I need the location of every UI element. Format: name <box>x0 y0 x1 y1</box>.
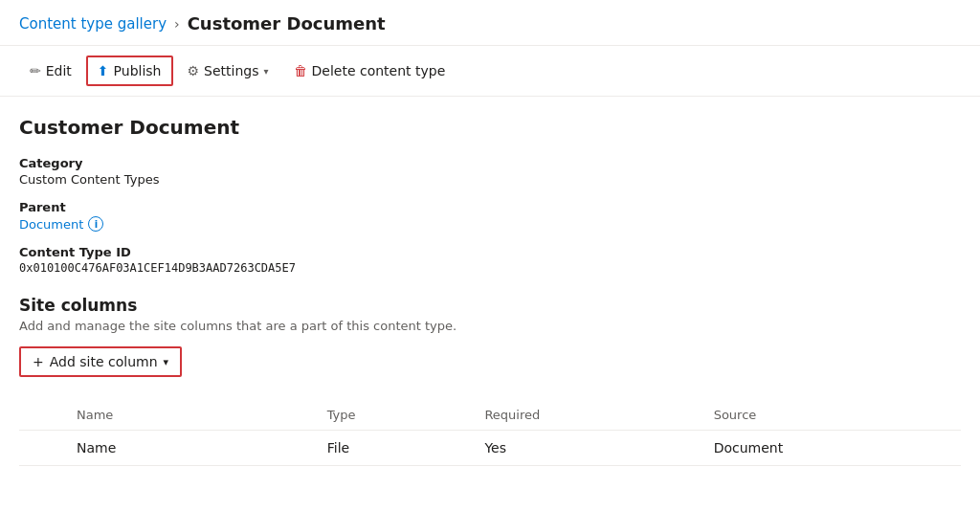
settings-button[interactable]: ⚙ Settings ▾ <box>177 56 279 85</box>
settings-chevron-icon: ▾ <box>263 66 268 77</box>
delete-icon: 🗑 <box>294 63 307 78</box>
site-columns-table: Name Type Required Source NameFileYesDoc… <box>19 400 961 466</box>
plus-icon: + <box>33 354 44 369</box>
cell-source: Document <box>695 431 961 466</box>
table-header-row: Name Type Required Source <box>19 400 961 431</box>
breadcrumb-separator: › <box>174 16 180 32</box>
cell-name: Name <box>19 431 308 466</box>
settings-icon: ⚙ <box>188 63 200 78</box>
parent-value[interactable]: Document i <box>19 216 961 232</box>
add-site-column-button[interactable]: + Add site column ▾ <box>19 346 182 377</box>
add-column-chevron-icon: ▾ <box>164 356 169 368</box>
publish-icon: ⬆ <box>98 63 109 78</box>
toolbar: ✏ Edit ⬆ Publish ⚙ Settings ▾ 🗑 Delete c… <box>0 46 980 97</box>
cell-required: Yes <box>465 431 694 466</box>
content-type-title: Customer Document <box>19 116 961 139</box>
edit-label: Edit <box>46 63 72 78</box>
category-label: Category <box>19 156 961 170</box>
cell-type: File <box>308 431 466 466</box>
col-header-name: Name <box>19 400 308 431</box>
category-section: Category Custom Content Types <box>19 156 961 187</box>
add-site-column-label: Add site column <box>50 354 158 369</box>
breadcrumb-current: Customer Document <box>188 13 386 33</box>
main-content: Customer Document Category Custom Conten… <box>0 97 980 485</box>
col-header-required: Required <box>465 400 694 431</box>
parent-section: Parent Document i <box>19 200 961 232</box>
parent-label: Parent <box>19 200 961 214</box>
col-header-type: Type <box>308 400 466 431</box>
edit-button[interactable]: ✏ Edit <box>19 56 82 85</box>
delete-label: Delete content type <box>312 63 446 78</box>
breadcrumb: Content type gallery › Customer Document <box>0 0 980 46</box>
info-icon: i <box>88 216 103 232</box>
content-type-id-value: 0x010100C476AF03A1CEF14D9B3AAD7263CDA5E7 <box>19 261 961 275</box>
content-type-id-section: Content Type ID 0x010100C476AF03A1CEF14D… <box>19 245 961 275</box>
content-type-id-label: Content Type ID <box>19 245 961 259</box>
publish-button[interactable]: ⬆ Publish <box>86 56 173 86</box>
site-columns-desc: Add and manage the site columns that are… <box>19 319 961 333</box>
delete-button[interactable]: 🗑 Delete content type <box>283 56 457 85</box>
breadcrumb-link[interactable]: Content type gallery <box>19 15 167 33</box>
col-header-source: Source <box>695 400 961 431</box>
edit-icon: ✏ <box>30 63 41 78</box>
site-columns-title: Site columns <box>19 296 961 315</box>
publish-label: Publish <box>114 63 162 78</box>
category-value: Custom Content Types <box>19 172 961 187</box>
table-row: NameFileYesDocument <box>19 431 961 466</box>
settings-label: Settings <box>204 63 258 78</box>
